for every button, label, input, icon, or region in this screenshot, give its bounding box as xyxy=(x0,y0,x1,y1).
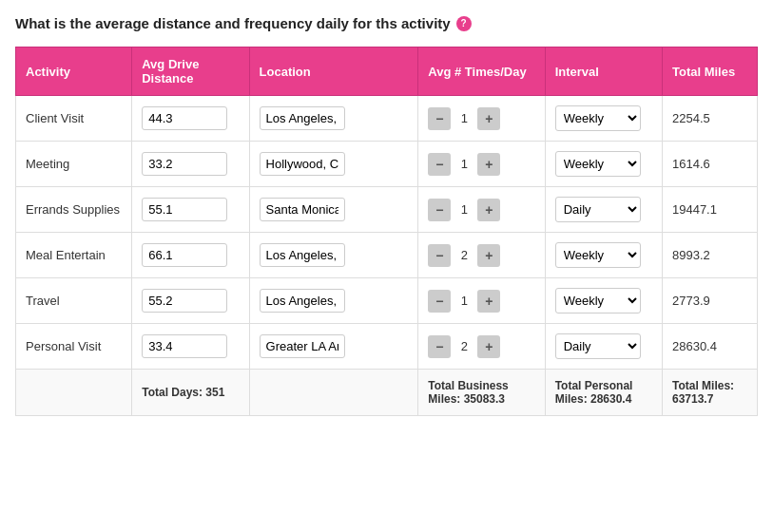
table-row: Meal Entertain−2+WeeklyDailyMonthly8993.… xyxy=(16,233,758,278)
stepper: −2+ xyxy=(428,335,534,358)
stepper-value: 1 xyxy=(454,111,473,125)
col-header-activity: Activity xyxy=(16,48,132,96)
interval-select[interactable]: WeeklyDailyMonthly xyxy=(555,333,641,359)
cell-location xyxy=(249,278,418,324)
footer-total-personal-miles: Total Personal Miles: 28630.4 xyxy=(545,370,662,416)
footer-total-days: Total Days: 351 xyxy=(132,370,249,416)
cell-total-miles: 2254.5 xyxy=(662,96,757,142)
location-input[interactable] xyxy=(260,243,345,267)
cell-interval: WeeklyDailyMonthly xyxy=(545,96,662,142)
location-input[interactable] xyxy=(260,289,345,313)
total-miles-value: 2773.9 xyxy=(672,294,710,308)
decrement-button[interactable]: − xyxy=(428,335,451,358)
cell-activity: Meal Entertain xyxy=(16,233,132,278)
location-input[interactable] xyxy=(260,334,345,358)
table-row: Meeting−1+WeeklyDailyMonthly1614.6 xyxy=(16,142,758,187)
total-miles-value: 28630.4 xyxy=(672,339,717,353)
increment-button[interactable]: + xyxy=(477,290,500,313)
increment-button[interactable]: + xyxy=(477,107,500,130)
cell-times-per-day: −1+ xyxy=(418,278,545,324)
cell-interval: WeeklyDailyMonthly xyxy=(545,278,662,324)
cell-activity: Errands Supplies xyxy=(16,187,132,233)
cell-times-per-day: −1+ xyxy=(418,96,545,142)
increment-button[interactable]: + xyxy=(477,153,500,176)
stepper-value: 1 xyxy=(454,202,473,217)
table-row: Client Visit−1+WeeklyDailyMonthly2254.5 xyxy=(16,96,758,142)
drive-distance-input[interactable] xyxy=(142,106,227,130)
decrement-button[interactable]: − xyxy=(428,107,451,130)
drive-distance-input[interactable] xyxy=(142,243,227,267)
location-input[interactable] xyxy=(260,198,345,221)
stepper-value: 2 xyxy=(454,339,473,353)
help-icon[interactable]: ? xyxy=(456,16,472,31)
increment-button[interactable]: + xyxy=(477,244,500,267)
total-miles-value: 2254.5 xyxy=(672,111,710,125)
stepper: −1+ xyxy=(428,153,534,176)
cell-total-miles: 1614.6 xyxy=(662,142,757,187)
activity-table: Activity Avg Drive Distance Location Avg… xyxy=(15,47,758,416)
activity-label: Travel xyxy=(26,294,60,308)
cell-activity: Travel xyxy=(16,278,132,324)
interval-select[interactable]: WeeklyDailyMonthly xyxy=(555,242,641,268)
cell-times-per-day: −2+ xyxy=(418,233,545,278)
footer-total-miles: Total Miles: 63713.7 xyxy=(662,370,757,416)
stepper-value: 1 xyxy=(454,294,473,308)
total-miles-value: 1614.6 xyxy=(672,157,710,171)
activity-label: Errands Supplies xyxy=(26,202,120,217)
cell-total-miles: 2773.9 xyxy=(662,278,757,324)
interval-select[interactable]: WeeklyDailyMonthly xyxy=(555,151,641,177)
total-miles-value: 8993.2 xyxy=(672,248,710,262)
col-header-miles: Total Miles xyxy=(662,48,757,96)
footer-cell-empty xyxy=(16,370,132,416)
activity-label: Client Visit xyxy=(26,111,84,125)
table-row: Errands Supplies−1+WeeklyDailyMonthly194… xyxy=(16,187,758,233)
activity-label: Meal Entertain xyxy=(26,248,106,262)
cell-activity: Meeting xyxy=(16,142,132,187)
cell-location xyxy=(249,324,418,370)
cell-location xyxy=(249,233,418,278)
activity-label: Meeting xyxy=(26,157,69,171)
col-header-interval: Interval xyxy=(545,48,662,96)
drive-distance-input[interactable] xyxy=(142,334,227,358)
drive-distance-input[interactable] xyxy=(142,289,227,313)
increment-button[interactable]: + xyxy=(477,199,500,221)
interval-select[interactable]: WeeklyDailyMonthly xyxy=(555,288,641,314)
interval-select[interactable]: WeeklyDailyMonthly xyxy=(555,197,641,222)
decrement-button[interactable]: − xyxy=(428,244,451,267)
cell-drive-distance xyxy=(132,278,249,324)
cell-activity: Personal Visit xyxy=(16,324,132,370)
stepper: −1+ xyxy=(428,290,534,313)
drive-distance-input[interactable] xyxy=(142,152,227,176)
table-header-row: Activity Avg Drive Distance Location Avg… xyxy=(16,48,758,96)
cell-times-per-day: −1+ xyxy=(418,142,545,187)
stepper-value: 2 xyxy=(454,248,473,262)
cell-times-per-day: −1+ xyxy=(418,187,545,233)
cell-activity: Client Visit xyxy=(16,96,132,142)
stepper: −1+ xyxy=(428,107,534,130)
decrement-button[interactable]: − xyxy=(428,290,451,313)
increment-button[interactable]: + xyxy=(477,335,500,358)
footer-row: Total Days: 351Total Business Miles: 350… xyxy=(16,370,758,416)
decrement-button[interactable]: − xyxy=(428,199,451,221)
interval-select[interactable]: WeeklyDailyMonthly xyxy=(555,105,641,131)
cell-interval: WeeklyDailyMonthly xyxy=(545,142,662,187)
table-row: Personal Visit−2+WeeklyDailyMonthly28630… xyxy=(16,324,758,370)
stepper: −1+ xyxy=(428,199,534,221)
drive-distance-input[interactable] xyxy=(142,198,227,221)
location-input[interactable] xyxy=(260,106,345,130)
cell-location xyxy=(249,96,418,142)
cell-location xyxy=(249,187,418,233)
col-header-times: Avg # Times/Day xyxy=(418,48,545,96)
cell-total-miles: 28630.4 xyxy=(662,324,757,370)
cell-times-per-day: −2+ xyxy=(418,324,545,370)
cell-interval: WeeklyDailyMonthly xyxy=(545,187,662,233)
decrement-button[interactable]: − xyxy=(428,153,451,176)
cell-drive-distance xyxy=(132,187,249,233)
cell-interval: WeeklyDailyMonthly xyxy=(545,233,662,278)
location-input[interactable] xyxy=(260,152,345,176)
cell-total-miles: 8993.2 xyxy=(662,233,757,278)
stepper-value: 1 xyxy=(454,157,473,171)
title-text: What is the average distance and frequen… xyxy=(15,15,451,31)
page-title: What is the average distance and frequen… xyxy=(15,15,758,31)
col-header-drive: Avg Drive Distance xyxy=(132,48,249,96)
